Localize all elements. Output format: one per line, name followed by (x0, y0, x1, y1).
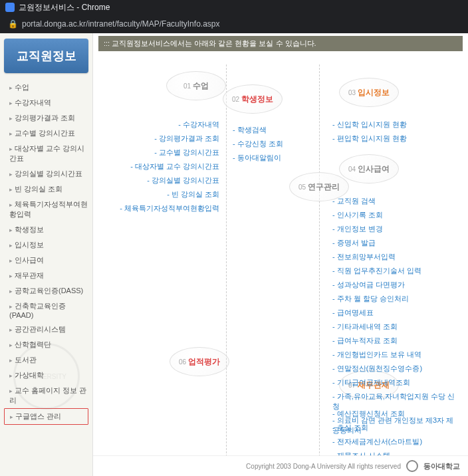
footer: Copyright 2003 Dong-A University All rig… (93, 455, 468, 476)
sidebar-item-google-apps[interactable]: 구글앱스 관리 (4, 408, 88, 425)
university-name: 동아대학교 (423, 461, 460, 471)
links-admission: 신입학 입시지원 현황 편입학 입시지원 현황 (332, 118, 407, 146)
link-item[interactable]: 교직원 검색 (332, 194, 459, 208)
link-item[interactable]: 체육특기자성적부여현황입력 (120, 201, 219, 215)
link-item[interactable]: 전자세금계산서(스마트빌) (332, 435, 422, 449)
sidebar-item[interactable]: 교수별 강의시간표 (4, 126, 88, 141)
university-logo-icon (406, 460, 418, 472)
sidebar-item[interactable]: 대상자별 교수 강의시간표 (4, 141, 88, 166)
sitemap-content: 01 수업 02 학생정보 03 입시정보 04 인사급여 05 연구관리 06… (93, 51, 468, 463)
link-item[interactable]: 개인정보 변경 (332, 222, 459, 236)
link-item[interactable]: 연말정산(원천징수영수증) (332, 362, 459, 376)
sidebar-item[interactable]: 수업 (4, 80, 88, 95)
sidebar-title: 교직원정보 (4, 39, 88, 73)
links-finance: 예산집행신청서 조회 호실 조회 전자세금계산서(스마트빌) 재물조사 시스템 (332, 407, 422, 463)
info-banner: ::: 교직원정보서비스에서는 아래와 같은 현황을 보실 수 있습니다. (98, 36, 463, 51)
link-item[interactable]: 교수별 강의시간표 (120, 146, 219, 160)
link-item[interactable]: 인사기록 조회 (332, 208, 459, 222)
sidebar-item[interactable]: 공학교육인증(DASS) (4, 283, 88, 298)
link-item[interactable]: 빈 강의실 조회 (120, 187, 219, 201)
tab-favicon (5, 3, 15, 12)
links-hr: 교직원 검색 인사기록 조회 개인정보 변경 증명서 발급 전보희망부서입력 직… (332, 194, 459, 437)
lock-icon: 🔒 (8, 19, 18, 29)
link-item[interactable]: 강의실별 강의시간표 (120, 174, 219, 187)
tab-title: 교원정보서비스 - Chrome (19, 2, 110, 13)
link-item[interactable]: 기타과세내역 조회 (332, 320, 459, 334)
link-item[interactable]: 학생검색 (233, 123, 283, 137)
link-item[interactable]: 편입학 입시지원 현황 (332, 132, 407, 146)
link-item[interactable]: 강의평가결과 조회 (120, 132, 219, 146)
links-student: 학생검색 수강신청 조회 동아대알림이 (233, 123, 283, 165)
link-item[interactable]: 수강신청 조회 (233, 137, 283, 151)
link-item[interactable]: 주차 월 할당 승인처리 (332, 292, 459, 306)
sidebar-item[interactable]: 입시정보 (4, 237, 88, 253)
sidebar: 교직원정보 수업 수강자내역 강의평가결과 조회 교수별 강의시간표 대상자별 … (0, 33, 93, 476)
sidebar-item[interactable]: 학생정보 (4, 222, 88, 237)
main-area: ::: 교직원정보서비스에서는 아래와 같은 현황을 보실 수 있습니다. 01… (93, 33, 468, 476)
sidebar-item[interactable]: 건축학교육인증(PAAD) (4, 298, 88, 322)
link-item[interactable]: 수강자내역 (120, 118, 219, 132)
sidebar-item[interactable]: 강의평가결과 조회 (4, 110, 88, 126)
section-bubble-admission: 03 입시정보 (339, 78, 399, 107)
link-item[interactable]: 급여명세표 (332, 306, 459, 320)
link-item[interactable]: 직원 업무추진기술서 입력 (332, 264, 459, 278)
section-bubble-class: 01 수업 (166, 71, 226, 100)
link-item[interactable]: 개인형법인카드 보유 내역 (332, 348, 459, 362)
link-item[interactable]: 기타급여공제내역조회 (332, 376, 459, 390)
section-bubble-hr: 04 인사급여 (339, 154, 399, 183)
divider (319, 64, 320, 476)
links-class: 수강자내역 강의평가결과 조회 교수별 강의시간표 대상자별 교수 강의시간표 … (120, 118, 219, 215)
address-bar[interactable]: 🔒 portal.donga.ac.kr/intranet/faculty/MA… (0, 15, 468, 33)
link-item[interactable]: 급여누적자료 조회 (332, 334, 459, 348)
link-item[interactable]: 증명서 발급 (332, 236, 459, 250)
link-item[interactable]: 신입학 입시지원 현황 (332, 118, 407, 132)
copyright-text: Copyright 2003 Dong-A University All rig… (246, 463, 401, 470)
sidebar-item[interactable]: 수강자내역 (4, 95, 88, 110)
sidebar-item[interactable]: 공간관리시스템 (4, 322, 88, 337)
university-seal-watermark: UNIVERSITY (13, 343, 80, 410)
sidebar-item[interactable]: 재무관재 (4, 268, 88, 283)
sidebar-item[interactable]: 인사급여 (4, 253, 88, 268)
divider (226, 64, 227, 476)
section-bubble-eval: 06 업적평가 (170, 347, 229, 376)
sidebar-item[interactable]: 빈 강의실 조회 (4, 181, 88, 197)
link-item[interactable]: 동아대알림이 (233, 151, 283, 165)
link-item[interactable]: 전보희망부서입력 (332, 250, 459, 264)
sidebar-item[interactable]: 체육특기자성적부여현황입력 (4, 197, 88, 222)
browser-tab-bar: 교원정보서비스 - Chrome (0, 0, 468, 15)
link-item[interactable]: 대상자별 교수 강의시간표 (120, 160, 219, 174)
url-text: portal.donga.ac.kr/intranet/faculty/MAP/… (22, 19, 219, 29)
page-content: 교직원정보 수업 수강자내역 강의평가결과 조회 교수별 강의시간표 대상자별 … (0, 33, 468, 476)
link-item[interactable]: 성과상여금 다면평가 (332, 278, 459, 292)
section-bubble-student: 02 학생정보 (223, 84, 283, 114)
link-item[interactable]: 호실 조회 (332, 421, 422, 435)
link-item[interactable]: 예산집행신청서 조회 (332, 407, 422, 421)
sidebar-item[interactable]: 강의실별 강의시간표 (4, 166, 88, 181)
